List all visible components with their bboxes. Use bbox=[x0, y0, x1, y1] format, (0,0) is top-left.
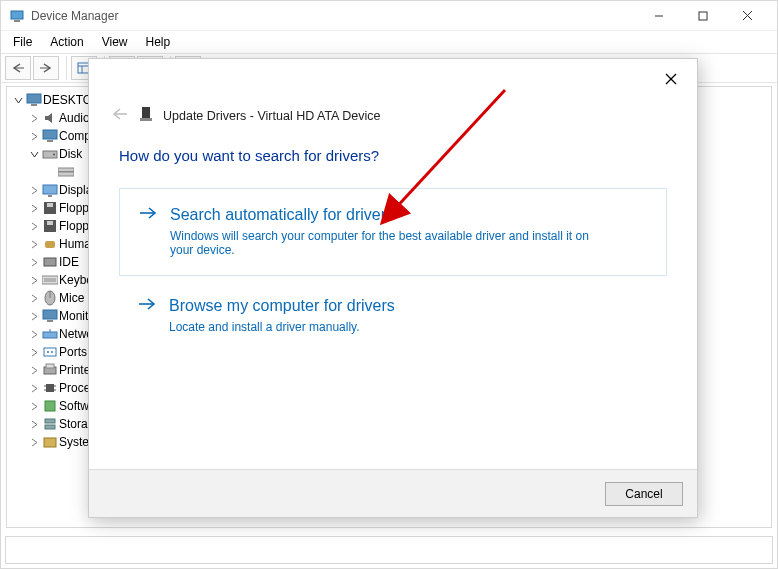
expand-icon[interactable] bbox=[27, 222, 41, 231]
expand-icon[interactable] bbox=[27, 150, 41, 159]
option2-title: Browse my computer for drivers bbox=[169, 296, 395, 316]
dialog-footer: Cancel bbox=[89, 469, 697, 517]
dm-status-bar bbox=[5, 536, 773, 564]
svg-rect-16 bbox=[43, 130, 57, 139]
menu-action[interactable]: Action bbox=[42, 33, 91, 51]
hid-icon bbox=[41, 237, 59, 251]
arrow-right-icon bbox=[138, 205, 158, 225]
dialog-back-arrow-icon bbox=[111, 105, 129, 126]
dm-titlebar: Device Manager bbox=[1, 1, 777, 31]
expand-icon[interactable] bbox=[27, 348, 41, 357]
monitor-icon bbox=[41, 309, 59, 323]
floppy-icon bbox=[41, 219, 59, 233]
svg-rect-29 bbox=[44, 258, 56, 266]
expand-icon[interactable] bbox=[27, 114, 41, 123]
toolbar-forward-button[interactable] bbox=[33, 56, 59, 80]
expand-icon[interactable] bbox=[27, 258, 41, 267]
update-drivers-dialog: Update Drivers - Virtual HD ATA Device H… bbox=[88, 58, 698, 518]
svg-rect-51 bbox=[45, 425, 55, 429]
tree-node-label: Disk bbox=[59, 145, 82, 163]
expand-icon[interactable] bbox=[27, 294, 41, 303]
expand-icon[interactable] bbox=[27, 312, 41, 321]
svg-rect-17 bbox=[47, 140, 53, 142]
option-browse-computer[interactable]: Browse my computer for drivers Locate an… bbox=[119, 290, 667, 340]
expand-icon[interactable] bbox=[27, 420, 41, 429]
software-icon bbox=[41, 399, 59, 413]
close-button[interactable] bbox=[725, 2, 769, 30]
arrow-right-icon bbox=[137, 296, 157, 316]
svg-rect-30 bbox=[42, 276, 58, 284]
cancel-button[interactable]: Cancel bbox=[605, 482, 683, 506]
maximize-button[interactable] bbox=[681, 2, 725, 30]
svg-rect-36 bbox=[47, 320, 53, 322]
speaker-icon bbox=[41, 111, 59, 125]
device-manager-icon bbox=[9, 8, 25, 24]
svg-point-41 bbox=[51, 351, 53, 353]
printer-icon bbox=[41, 363, 59, 377]
expand-icon[interactable] bbox=[27, 384, 41, 393]
dm-menu-bar: File Action View Help bbox=[1, 31, 777, 53]
expand-icon[interactable] bbox=[27, 132, 41, 141]
expand-icon[interactable] bbox=[27, 240, 41, 249]
minimize-button[interactable] bbox=[637, 2, 681, 30]
expand-icon[interactable] bbox=[27, 204, 41, 213]
tree-node-label: Ports bbox=[59, 343, 87, 361]
port-icon bbox=[41, 346, 59, 358]
expand-icon[interactable] bbox=[27, 366, 41, 375]
svg-rect-37 bbox=[43, 332, 57, 338]
ide-icon bbox=[41, 256, 59, 268]
svg-rect-35 bbox=[43, 310, 57, 319]
drive-icon bbox=[57, 167, 75, 177]
option1-title: Search automatically for drivers bbox=[170, 205, 600, 225]
system-icon bbox=[41, 435, 59, 449]
dialog-device-icon bbox=[139, 106, 153, 125]
svg-rect-23 bbox=[48, 195, 52, 197]
svg-rect-56 bbox=[142, 107, 150, 118]
svg-rect-28 bbox=[45, 241, 55, 248]
svg-rect-1 bbox=[14, 20, 20, 22]
svg-rect-39 bbox=[44, 348, 56, 356]
tree-node-label: Audio bbox=[59, 109, 90, 127]
svg-rect-49 bbox=[45, 401, 55, 411]
expand-icon[interactable] bbox=[27, 402, 41, 411]
svg-rect-21 bbox=[58, 171, 74, 173]
display-icon bbox=[41, 184, 59, 197]
svg-rect-27 bbox=[47, 221, 53, 225]
expand-icon[interactable] bbox=[27, 186, 41, 195]
dialog-heading: How do you want to search for drivers? bbox=[119, 147, 667, 164]
svg-rect-0 bbox=[11, 11, 23, 19]
svg-rect-43 bbox=[46, 364, 54, 368]
expand-icon[interactable] bbox=[27, 276, 41, 285]
dialog-header: Update Drivers - Virtual HD ATA Device bbox=[111, 105, 675, 126]
svg-rect-57 bbox=[140, 118, 152, 121]
svg-rect-14 bbox=[27, 94, 41, 103]
menu-view[interactable]: View bbox=[94, 33, 136, 51]
keyboard-icon bbox=[41, 275, 59, 285]
dialog-close-button[interactable] bbox=[651, 65, 691, 93]
menu-file[interactable]: File bbox=[5, 33, 40, 51]
mouse-icon bbox=[41, 290, 59, 306]
dialog-title: Update Drivers - Virtual HD ATA Device bbox=[163, 109, 380, 123]
toolbar-separator bbox=[63, 56, 67, 80]
menu-help[interactable]: Help bbox=[138, 33, 179, 51]
floppy-icon bbox=[41, 201, 59, 215]
svg-rect-44 bbox=[46, 384, 54, 392]
svg-rect-50 bbox=[45, 419, 55, 423]
svg-point-19 bbox=[53, 154, 55, 156]
network-icon bbox=[41, 328, 59, 340]
cpu-icon bbox=[41, 381, 59, 395]
svg-point-40 bbox=[47, 351, 49, 353]
tree-node-label: IDE bbox=[59, 253, 79, 271]
monitor-icon bbox=[41, 129, 59, 143]
expand-icon[interactable] bbox=[27, 330, 41, 339]
storage-icon bbox=[41, 417, 59, 431]
svg-rect-22 bbox=[43, 185, 57, 194]
toolbar-back-button[interactable] bbox=[5, 56, 31, 80]
option1-description: Windows will search your computer for th… bbox=[170, 229, 600, 257]
svg-rect-52 bbox=[44, 438, 56, 447]
svg-rect-25 bbox=[47, 203, 53, 207]
dm-title: Device Manager bbox=[31, 9, 118, 23]
option-search-automatically[interactable]: Search automatically for drivers Windows… bbox=[119, 188, 667, 276]
expand-icon[interactable] bbox=[27, 438, 41, 447]
disk-icon bbox=[41, 148, 59, 160]
